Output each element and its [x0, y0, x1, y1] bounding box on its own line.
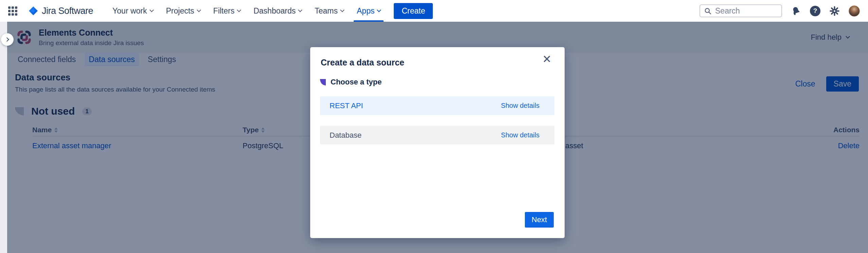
- nav-item-label: Your work: [112, 6, 147, 16]
- nav-left: Jira Software Your work Projects Filters…: [8, 0, 433, 22]
- jira-diamond-icon: [28, 6, 38, 16]
- create-data-source-modal: Create a data source × Choose a type RES…: [310, 47, 565, 238]
- search-icon: [704, 7, 711, 15]
- search-input[interactable]: [715, 6, 769, 16]
- modal-title: Create a data source: [321, 58, 404, 67]
- user-avatar[interactable]: [849, 5, 860, 17]
- show-details-link-database[interactable]: Show details: [501, 131, 539, 139]
- search-box[interactable]: [699, 4, 782, 17]
- chevron-down-icon: [298, 8, 302, 12]
- primary-nav: Your work Projects Filters Dashboards Te…: [106, 0, 387, 22]
- chevron-down-icon: [237, 8, 241, 12]
- chevron-right-icon: [5, 37, 9, 42]
- nav-item-label: Teams: [315, 6, 338, 16]
- option-label: Database: [330, 131, 361, 140]
- top-nav: Jira Software Your work Projects Filters…: [0, 0, 868, 22]
- jira-logo[interactable]: Jira Software: [28, 6, 93, 16]
- chevron-down-icon: [340, 8, 344, 12]
- gear-icon: [829, 6, 840, 16]
- nav-item-apps[interactable]: Apps: [350, 0, 387, 22]
- nav-item-label: Projects: [166, 6, 194, 16]
- bell-icon: [791, 6, 801, 16]
- expand-sidebar-button[interactable]: [1, 33, 14, 46]
- nav-item-projects[interactable]: Projects: [160, 0, 207, 22]
- nav-item-dashboards[interactable]: Dashboards: [247, 0, 308, 22]
- chevron-down-icon: [197, 8, 201, 12]
- brand-wordmark: Jira Software: [42, 6, 93, 16]
- nav-item-teams[interactable]: Teams: [308, 0, 350, 22]
- nav-item-label: Apps: [357, 6, 374, 16]
- show-details-link-rest-api[interactable]: Show details: [501, 102, 539, 110]
- nav-item-label: Dashboards: [253, 6, 296, 16]
- screen: Jira Software Your work Projects Filters…: [0, 0, 868, 253]
- nav-right: ?: [699, 4, 860, 17]
- settings-button[interactable]: [829, 6, 840, 16]
- question-mark-icon: ?: [810, 6, 820, 16]
- chevron-down-icon: [377, 8, 382, 12]
- help-button[interactable]: ?: [810, 6, 820, 16]
- close-icon[interactable]: ×: [543, 52, 551, 66]
- notifications-button[interactable]: [791, 6, 801, 16]
- nav-item-filters[interactable]: Filters: [207, 0, 247, 22]
- nav-item-your-work[interactable]: Your work: [106, 0, 159, 22]
- avatar-image: [849, 5, 860, 17]
- app-switcher-icon[interactable]: [8, 6, 17, 16]
- option-label: REST API: [330, 101, 363, 110]
- nav-item-label: Filters: [213, 6, 235, 16]
- left-sidebar-rail: [0, 22, 7, 253]
- step-marker-icon: [320, 79, 326, 85]
- option-database[interactable]: Database Show details: [320, 126, 554, 144]
- next-button[interactable]: Next: [525, 212, 554, 228]
- choose-type-header: Choose a type: [320, 78, 382, 86]
- choose-type-label: Choose a type: [331, 78, 382, 86]
- chevron-down-icon: [149, 8, 154, 12]
- option-rest-api[interactable]: REST API Show details: [320, 96, 554, 115]
- create-button[interactable]: Create: [394, 3, 433, 19]
